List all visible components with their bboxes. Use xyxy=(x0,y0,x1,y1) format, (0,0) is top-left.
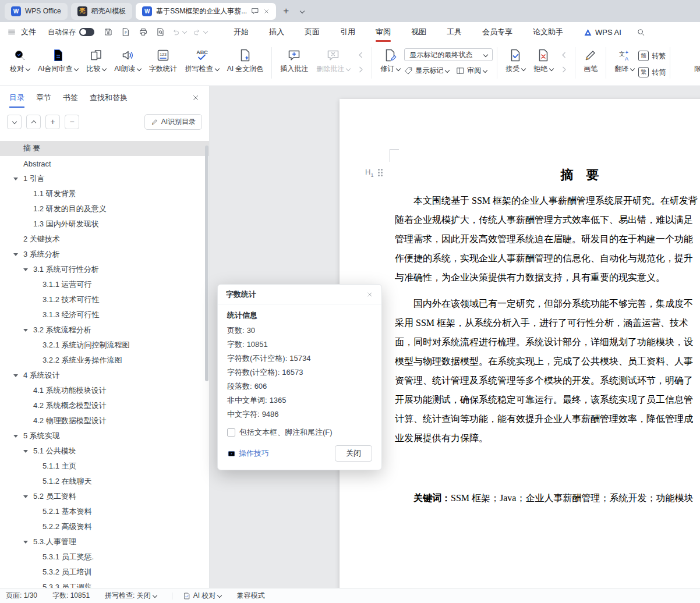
menu-item-insert[interactable]: 插入 xyxy=(269,22,284,42)
ai-proofread-status[interactable]: AI 校对 xyxy=(183,591,222,601)
toc-item[interactable]: 5 系统实现 xyxy=(0,428,209,444)
toc-item[interactable]: 1 引言 xyxy=(0,171,209,186)
toc-item[interactable]: 3.2 系统流程分析 xyxy=(0,322,209,338)
spellcheck-status[interactable]: 拼写检查: 关闭 xyxy=(105,591,157,601)
toc-item[interactable]: 5.1 公共模块 xyxy=(0,444,209,459)
toc-item[interactable]: 1.2 研发的目的及意义 xyxy=(0,201,209,217)
collapse-caret-icon[interactable] xyxy=(23,329,28,332)
new-tab-button[interactable]: + xyxy=(280,5,292,17)
tab-list-chevron-icon[interactable] xyxy=(296,5,309,17)
toc-item[interactable]: 3.2.1 系统访问控制流程图 xyxy=(0,338,209,353)
toc-item[interactable]: 3.1.2 技术可行性 xyxy=(0,292,209,307)
collapse-caret-icon[interactable] xyxy=(13,178,18,180)
toc-item[interactable]: 5.3.1 员工奖惩. xyxy=(0,549,209,565)
demote-button[interactable]: − xyxy=(65,115,79,129)
toc-item[interactable]: 4.1 系统功能模块设计 xyxy=(0,383,209,398)
tips-link[interactable]: 操作技巧 xyxy=(227,448,269,459)
reject-change-button[interactable]: 拒绝 xyxy=(529,47,557,76)
markup-state-select[interactable]: 显示标记的最终状态 xyxy=(404,48,493,61)
previous-change-icon[interactable] xyxy=(559,50,569,60)
hamburger-icon[interactable] xyxy=(7,27,16,37)
toc-item[interactable]: 5.2 员工资料 xyxy=(0,489,209,504)
search-icon[interactable] xyxy=(637,22,645,42)
restrict-editing-button[interactable]: 限制编辑 xyxy=(690,47,700,76)
autosave-toggle[interactable] xyxy=(79,28,94,36)
toc-item[interactable]: 1.3 国内外研发现状 xyxy=(0,217,209,232)
collapse-caret-icon[interactable] xyxy=(23,495,28,498)
promote-button[interactable]: + xyxy=(45,115,60,129)
toc-item[interactable]: 4.2 物理数据模型设计 xyxy=(0,413,209,428)
menu-item-tools[interactable]: 工具 xyxy=(447,22,462,42)
toc-item[interactable]: 2 关键技术 xyxy=(0,232,209,247)
ai-detect-outline-button[interactable]: AI识别目录 xyxy=(144,114,202,130)
dialog-close-icon[interactable] xyxy=(366,291,373,298)
collapse-caret-icon[interactable] xyxy=(13,253,18,256)
toc-item[interactable]: 5.2.2 高级资料 xyxy=(0,519,209,534)
close-tab-icon[interactable] xyxy=(263,8,270,15)
simplified-to-traditional-button[interactable]: 简 转繁 xyxy=(638,50,666,62)
proofread-button[interactable]: 校对 xyxy=(6,47,34,76)
save-icon[interactable] xyxy=(104,27,113,37)
toc-item[interactable]: 5.1.2 在线聊天 xyxy=(0,474,209,489)
toc-item[interactable]: 摘 要 xyxy=(0,141,209,156)
menu-item-member[interactable]: 会员专享 xyxy=(482,22,512,42)
menu-item-review[interactable]: 审阅 xyxy=(376,22,391,42)
print-preview-icon[interactable] xyxy=(156,27,165,37)
undo-icon[interactable] xyxy=(171,27,186,37)
show-markup-button[interactable]: 显示标记 xyxy=(404,65,449,76)
toc-item[interactable]: Abstract xyxy=(0,156,209,171)
print-icon[interactable] xyxy=(139,27,148,37)
document-page[interactable]: H1 摘 要 本文围绕基于 SSM 框架的企业人事薪酬管理系统展开研究。在研发背… xyxy=(340,99,700,588)
toc-item[interactable]: 3.1.3 经济可行性 xyxy=(0,307,209,322)
menu-item-view[interactable]: 视图 xyxy=(411,22,426,42)
menu-item-paper-assistant[interactable]: 论文助手 xyxy=(533,22,563,42)
doc-comment-icon[interactable] xyxy=(251,7,259,15)
collapse-caret-icon[interactable] xyxy=(13,374,18,377)
toc-item[interactable]: 5.1.1 主页 xyxy=(0,459,209,474)
expand-all-button[interactable] xyxy=(7,115,22,129)
spell-check-button[interactable]: 拼写检查 xyxy=(181,47,223,76)
traditional-to-simplified-button[interactable]: 繁 转简 xyxy=(638,66,666,78)
toc-item[interactable]: 3.2.2 系统业务操作流图 xyxy=(0,353,209,368)
ai-read-aloud-button[interactable]: AI朗读 xyxy=(110,47,144,76)
tab-find-replace[interactable]: 查找和替换 xyxy=(90,86,128,109)
toc-item[interactable]: 3 系统分析 xyxy=(0,247,209,262)
checkbox-icon[interactable] xyxy=(227,428,235,437)
sidebar-scrollbar[interactable] xyxy=(205,146,208,381)
toc-item[interactable]: 1.1 研发背景 xyxy=(0,186,209,201)
collapse-caret-icon[interactable] xyxy=(23,450,28,453)
menu-item-home[interactable]: 开始 xyxy=(234,22,249,42)
menu-item-page[interactable]: 页面 xyxy=(305,22,320,42)
toc-item[interactable]: 5.3.2 员工培训 xyxy=(0,565,209,580)
menu-item-reference[interactable]: 引用 xyxy=(340,22,355,42)
accept-change-button[interactable]: 接受 xyxy=(501,47,529,76)
track-changes-button[interactable]: 修订 xyxy=(376,47,404,76)
collapse-caret-icon[interactable] xyxy=(13,435,18,438)
tab-wps-home[interactable]: W WPS Office xyxy=(5,3,68,20)
ai-contract-review-button[interactable]: AI合同审查 xyxy=(34,47,82,76)
menu-item-wps-ai[interactable]: WPS AI xyxy=(584,22,621,42)
tab-template[interactable]: 壳 稻壳AI模板 xyxy=(71,3,132,20)
insert-comment-button[interactable]: 插入批注 xyxy=(276,47,312,76)
collapse-caret-icon[interactable] xyxy=(23,541,28,544)
tab-chapters[interactable]: 章节 xyxy=(36,86,51,109)
toc-item[interactable]: 5.3.3 员工调薪 xyxy=(0,580,209,588)
translate-button[interactable]: 翻译 xyxy=(610,47,638,76)
collapse-caret-icon[interactable] xyxy=(23,268,28,271)
previous-comment-icon[interactable] xyxy=(356,50,366,60)
tab-outline[interactable]: 目录 xyxy=(9,86,24,109)
toc-item[interactable]: 4 系统设计 xyxy=(0,368,209,383)
close-dialog-button[interactable]: 关闭 xyxy=(335,445,372,462)
review-pane-button[interactable]: 审阅 xyxy=(456,65,487,76)
toc-item[interactable]: 3.1 系统可行性分析 xyxy=(0,262,209,277)
tab-bookmarks[interactable]: 书签 xyxy=(63,86,78,109)
page-indicator[interactable]: 页面: 1/30 xyxy=(6,591,37,601)
redo-icon[interactable] xyxy=(192,27,207,37)
delete-comment-button[interactable]: 删除批注 xyxy=(312,47,354,76)
toc-item[interactable]: 5.3.人事管理 xyxy=(0,534,209,549)
next-comment-icon[interactable] xyxy=(356,65,366,75)
close-pane-icon[interactable] xyxy=(192,86,200,109)
collapse-all-button[interactable] xyxy=(26,115,41,129)
include-footnotes-checkbox[interactable]: 包括文本框、脚注和尾注(F) xyxy=(227,427,372,438)
word-count-button[interactable]: 字数统计 xyxy=(145,47,181,76)
